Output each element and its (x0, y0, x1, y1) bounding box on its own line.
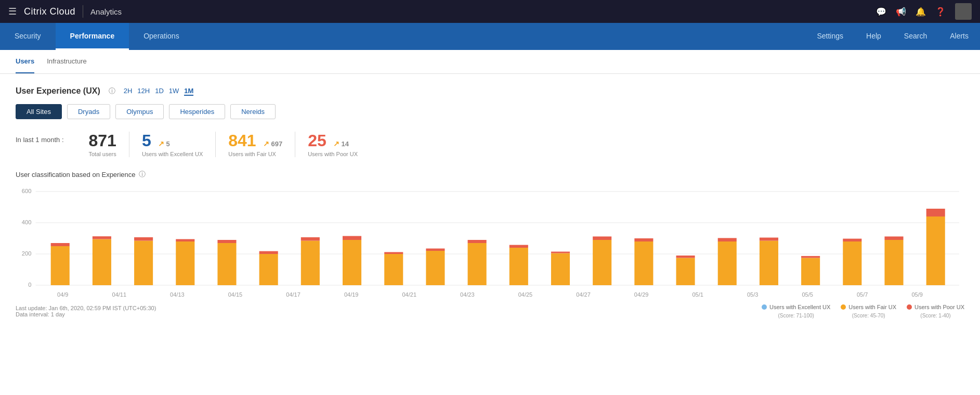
nav-performance[interactable]: Performance (56, 23, 129, 50)
chat-icon[interactable]: 💬 (876, 7, 886, 17)
chart-svg: 600 400 200 0 (16, 185, 964, 300)
legend-label-fair: Users with Fair UX (848, 304, 896, 310)
time-filter-1m[interactable]: 1M (184, 87, 193, 96)
svg-text:400: 400 (22, 219, 32, 225)
site-olympus[interactable]: Olympus (115, 104, 164, 119)
svg-rect-22 (343, 240, 361, 285)
svg-rect-36 (634, 241, 653, 285)
svg-rect-14 (176, 241, 194, 285)
svg-rect-26 (426, 251, 445, 285)
svg-rect-50 (926, 216, 945, 285)
logo-bold: Citrix (24, 6, 47, 17)
svg-text:200: 200 (22, 250, 32, 257)
legend: Users with Excellent UX (Score: 71-100) … (762, 304, 964, 318)
svg-rect-24 (384, 254, 403, 285)
data-interval: Data interval: 1 day (16, 311, 156, 317)
nav-settings[interactable]: Settings (805, 23, 855, 50)
update-info: Last update: Jan 6th, 2020, 02:59 PM IST… (16, 305, 156, 317)
stat-excellent-desc: Users with Excellent UX (142, 151, 203, 157)
stat-fair-desc: Users with Fair UX (228, 151, 282, 157)
legend-dot-poor (907, 304, 912, 310)
svg-rect-43 (760, 238, 778, 241)
stat-fair-value: 841 ↗ 697 (228, 132, 282, 150)
svg-rect-30 (509, 248, 528, 285)
stat-fair: 841 ↗ 697 Users with Fair UX (215, 132, 295, 157)
topbar-product: Analytics (90, 7, 122, 16)
svg-rect-47 (843, 239, 861, 241)
svg-rect-46 (843, 241, 861, 285)
nav-alerts[interactable]: Alerts (938, 23, 980, 50)
notification-icon[interactable]: 🔔 (916, 7, 926, 17)
legend-score-poor: (Score: 1-40) (920, 313, 950, 318)
legend-dot-excellent (762, 304, 767, 310)
subtab-users[interactable]: Users (16, 50, 34, 73)
svg-rect-40 (718, 241, 737, 285)
legend-dot-fair (841, 304, 846, 310)
chart-footer: Last update: Jan 6th, 2020, 02:59 PM IST… (16, 304, 964, 318)
svg-rect-8 (51, 246, 70, 285)
svg-rect-21 (301, 237, 320, 241)
navbar-right: Settings Help Search Alerts (805, 23, 980, 50)
site-dryads[interactable]: Dryads (67, 104, 110, 119)
svg-rect-49 (884, 237, 903, 240)
stats-row: In last 1 month : 871 Total users 5 ↗ 5 … (16, 132, 964, 157)
svg-rect-9 (51, 243, 70, 246)
svg-rect-17 (217, 240, 236, 243)
svg-rect-23 (343, 236, 361, 240)
stat-total-value: 871 (89, 132, 116, 150)
site-hesperides[interactable]: Hesperides (169, 104, 225, 119)
stat-total: 871 Total users (76, 132, 129, 157)
topbar-right: 💬 📢 🔔 ❓ (876, 3, 972, 20)
legend-label-poor: Users with Poor UX (914, 304, 964, 310)
legend-excellent: Users with Excellent UX (Score: 71-100) (762, 304, 830, 318)
svg-rect-31 (509, 245, 528, 248)
time-filter-1d[interactable]: 1D (155, 87, 164, 96)
nav-security[interactable]: Security (0, 23, 56, 50)
main-content: User Experience (UX) ⓘ 2H 12H 1D 1W 1M A… (0, 74, 980, 331)
subtab-infrastructure[interactable]: Infrastructure (47, 50, 87, 73)
stats-period-label: In last 1 month : (16, 132, 64, 144)
nav-operations[interactable]: Operations (129, 23, 193, 50)
svg-rect-51 (926, 209, 945, 216)
legend-label-excellent: Users with Excellent UX (769, 304, 830, 310)
svg-rect-37 (634, 238, 653, 241)
ux-header: User Experience (UX) ⓘ 2H 12H 1D 1W 1M (16, 86, 964, 96)
svg-rect-16 (217, 243, 236, 285)
svg-rect-28 (468, 243, 487, 285)
stat-total-desc: Total users (89, 151, 116, 157)
svg-rect-27 (426, 249, 445, 251)
svg-rect-35 (593, 237, 611, 240)
chart-section: User classification based on Experience … (16, 170, 964, 318)
stat-poor-desc: Users with Poor UX (308, 151, 358, 157)
svg-rect-41 (718, 238, 737, 242)
legend-score-excellent: (Score: 71-100) (778, 313, 814, 318)
nav-search[interactable]: Search (893, 23, 938, 50)
stat-excellent-value: 5 ↗ 5 (142, 132, 203, 150)
stat-excellent-arrow: ↗ 5 (158, 139, 170, 148)
svg-rect-19 (259, 251, 278, 254)
navbar: Security Performance Operations Settings… (0, 23, 980, 50)
svg-rect-12 (134, 241, 153, 286)
svg-rect-33 (551, 252, 570, 253)
chart-info-icon[interactable]: ⓘ (139, 170, 146, 179)
svg-rect-25 (384, 252, 403, 254)
site-filters: All Sites Dryads Olympus Hesperides Nere… (16, 104, 964, 119)
svg-rect-34 (593, 240, 611, 285)
site-nereids[interactable]: Nereids (230, 104, 276, 119)
svg-rect-20 (301, 241, 320, 286)
time-filter-1w[interactable]: 1W (169, 87, 179, 96)
stat-fair-arrow: ↗ 697 (263, 139, 283, 148)
time-filter-12h[interactable]: 12H (137, 87, 150, 96)
time-filter-2h[interactable]: 2H (124, 87, 133, 96)
ux-info-icon[interactable]: ⓘ (109, 86, 115, 96)
site-all[interactable]: All Sites (16, 104, 62, 119)
announcement-icon[interactable]: 📢 (896, 7, 906, 17)
topbar-divider (83, 5, 83, 18)
menu-icon[interactable]: ☰ (8, 6, 17, 17)
user-avatar[interactable] (955, 3, 972, 20)
svg-rect-45 (801, 256, 820, 258)
help-icon[interactable]: ❓ (935, 7, 946, 17)
chart-title: User classification based on Experience … (16, 170, 964, 179)
nav-help[interactable]: Help (855, 23, 893, 50)
svg-text:600: 600 (22, 188, 32, 194)
